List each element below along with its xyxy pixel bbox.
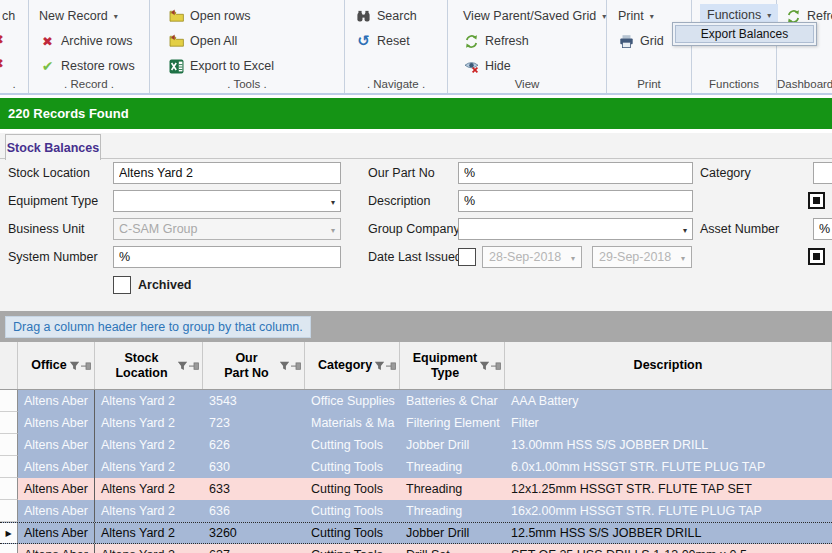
row-selector[interactable] bbox=[0, 456, 18, 478]
menu-item-export-balances[interactable]: Export Balances bbox=[675, 25, 814, 43]
stock-location-input[interactable] bbox=[113, 162, 341, 184]
table-row[interactable]: Altens AberAltens Yard 2637Cutting Tools… bbox=[0, 544, 832, 553]
open-rows-button[interactable]: Open rows bbox=[168, 6, 250, 26]
row-selector[interactable] bbox=[0, 434, 18, 456]
view-refresh-button[interactable]: Refresh bbox=[463, 31, 529, 51]
ribbon-toolbar: ch ✖ ✖ . New Record ▾ ✖ Archive rows ✔ R… bbox=[0, 0, 832, 95]
hide-button[interactable]: Hide bbox=[463, 56, 511, 76]
open-all-button[interactable]: Open All bbox=[168, 31, 237, 51]
open-folder-icon bbox=[168, 33, 185, 50]
ribbon-group-label: . bbox=[0, 78, 28, 90]
clipped-button-fragment[interactable]: ch bbox=[2, 6, 15, 26]
business-unit-label: Business Unit bbox=[8, 218, 84, 240]
print-button[interactable]: Print ▾ bbox=[618, 6, 654, 26]
table-cell-location: Altens Yard 2 bbox=[95, 500, 203, 522]
row-selector[interactable] bbox=[0, 500, 18, 522]
filter-funnel-icon[interactable] bbox=[479, 360, 490, 371]
filter-funnel-icon[interactable] bbox=[177, 360, 188, 371]
category-option-checkbox[interactable] bbox=[808, 192, 825, 209]
pin-icon[interactable] bbox=[291, 360, 302, 371]
row-arrow-icon: ▶ bbox=[5, 529, 11, 538]
row-selector[interactable]: ▶ bbox=[0, 523, 18, 543]
table-cell-equipment: Threading bbox=[400, 456, 505, 478]
excel-icon bbox=[168, 58, 185, 75]
chevron-down-icon: ▾ bbox=[114, 12, 118, 21]
pin-icon[interactable] bbox=[189, 360, 200, 371]
chevron-down-icon: ▾ bbox=[650, 12, 654, 21]
ribbon-group-view: View Parent/Saved Grid ▾ Refresh Hide Vi… bbox=[448, 0, 607, 93]
table-cell-location: Altens Yard 2 bbox=[95, 544, 203, 553]
table-cell-category: Cutting Tools bbox=[305, 523, 400, 543]
date-last-issued-checkbox[interactable] bbox=[458, 248, 476, 266]
filter-funnel-icon[interactable] bbox=[279, 360, 290, 371]
table-row[interactable]: Altens AberAltens Yard 2723Materials & M… bbox=[0, 412, 832, 434]
print-grid-button[interactable]: Grid bbox=[618, 31, 664, 51]
row-selector[interactable] bbox=[0, 544, 18, 553]
table-cell-location: Altens Yard 2 bbox=[95, 390, 203, 412]
column-header-description[interactable]: Description bbox=[505, 342, 832, 389]
table-cell-category: Cutting Tools bbox=[305, 478, 400, 500]
table-cell-part: 633 bbox=[203, 478, 305, 500]
pin-icon[interactable] bbox=[81, 360, 92, 371]
ribbon-group-label: Functions bbox=[692, 78, 776, 90]
table-cell-location: Altens Yard 2 bbox=[95, 456, 203, 478]
table-cell-equipment: Jobber Drill bbox=[400, 523, 505, 543]
grid-rows: Altens AberAltens Yard 23543Office Suppl… bbox=[0, 390, 832, 553]
grid-header-row: OfficeStockLocationOurPart NoCategoryEqu… bbox=[0, 342, 832, 390]
view-parent-saved-grid-button[interactable]: View Parent/Saved Grid ▾ bbox=[463, 6, 606, 26]
column-header-equipment[interactable]: EquipmentType bbox=[400, 342, 505, 389]
table-cell-part: 637 bbox=[203, 544, 305, 553]
table-cell-part: 723 bbox=[203, 412, 305, 434]
ribbon-group-label: Print bbox=[607, 78, 691, 90]
ribbon-group-label: . Navigate . bbox=[345, 78, 447, 90]
chevron-down-icon: ▾ bbox=[683, 226, 687, 235]
ribbon-group-clipped: ch ✖ ✖ . bbox=[0, 0, 29, 93]
pin-icon[interactable] bbox=[386, 360, 397, 371]
row-selector[interactable] bbox=[0, 390, 18, 412]
table-cell-location: Altens Yard 2 bbox=[95, 412, 203, 434]
table-row[interactable]: Altens AberAltens Yard 23543Office Suppl… bbox=[0, 390, 832, 412]
new-record-button[interactable]: New Record ▾ bbox=[39, 6, 118, 26]
column-header-part[interactable]: OurPart No bbox=[203, 342, 305, 389]
column-header-office[interactable]: Office bbox=[18, 342, 95, 389]
row-selector[interactable] bbox=[0, 478, 18, 500]
table-cell-office: Altens Aber bbox=[18, 456, 95, 478]
table-row[interactable]: Altens AberAltens Yard 2626Cutting Tools… bbox=[0, 434, 832, 456]
export-to-excel-button[interactable]: Export to Excel bbox=[168, 56, 274, 76]
our-part-no-input[interactable] bbox=[458, 162, 693, 184]
pin-icon[interactable] bbox=[491, 360, 502, 371]
date-last-issued-label: Date Last Issued bbox=[368, 246, 462, 268]
equipment-type-select[interactable]: ▾ bbox=[113, 190, 341, 212]
restore-rows-button[interactable]: ✔ Restore rows bbox=[39, 56, 135, 76]
filter-funnel-icon[interactable] bbox=[69, 360, 80, 371]
table-cell-office: Altens Aber bbox=[18, 523, 95, 543]
system-number-input[interactable] bbox=[113, 246, 341, 268]
ribbon-group-record: New Record ▾ ✖ Archive rows ✔ Restore ro… bbox=[29, 0, 150, 93]
search-button[interactable]: Search bbox=[355, 6, 417, 26]
table-row[interactable]: ▶Altens AberAltens Yard 23260Cutting Too… bbox=[0, 522, 832, 544]
column-header-category[interactable]: Category bbox=[305, 342, 400, 389]
our-part-no-label: Our Part No bbox=[368, 162, 435, 184]
table-cell-description: 12x1.25mm HSSGT STR. FLUTE TAP SET bbox=[505, 478, 832, 500]
archived-checkbox[interactable] bbox=[113, 276, 131, 294]
archive-rows-button[interactable]: ✖ Archive rows bbox=[39, 31, 133, 51]
tab-stock-balances[interactable]: Stock Balances bbox=[5, 134, 101, 160]
select-all-header[interactable] bbox=[0, 342, 18, 389]
table-row[interactable]: Altens AberAltens Yard 2630Cutting Tools… bbox=[0, 456, 832, 478]
table-row[interactable]: Altens AberAltens Yard 2636Cutting Tools… bbox=[0, 500, 832, 522]
table-cell-description: 13.00mm HSS S/S JOBBER DRILL bbox=[505, 434, 832, 456]
row-selector[interactable] bbox=[0, 412, 18, 434]
table-row[interactable]: Altens AberAltens Yard 2633Cutting Tools… bbox=[0, 478, 832, 500]
category-input[interactable] bbox=[813, 162, 832, 184]
system-number-label: System Number bbox=[8, 246, 98, 268]
asset-number-option-checkbox[interactable] bbox=[808, 248, 825, 265]
reset-button[interactable]: ↺ Reset bbox=[355, 31, 410, 51]
description-input[interactable] bbox=[458, 190, 693, 212]
asset-number-input[interactable] bbox=[813, 218, 832, 240]
filter-funnel-icon[interactable] bbox=[374, 360, 385, 371]
table-cell-office: Altens Aber bbox=[18, 500, 95, 522]
ribbon-group-functions: Functions ▾ Functions bbox=[692, 0, 777, 93]
table-cell-office: Altens Aber bbox=[18, 478, 95, 500]
group-company-select[interactable]: ▾ bbox=[458, 218, 693, 240]
column-header-location[interactable]: StockLocation bbox=[95, 342, 203, 389]
